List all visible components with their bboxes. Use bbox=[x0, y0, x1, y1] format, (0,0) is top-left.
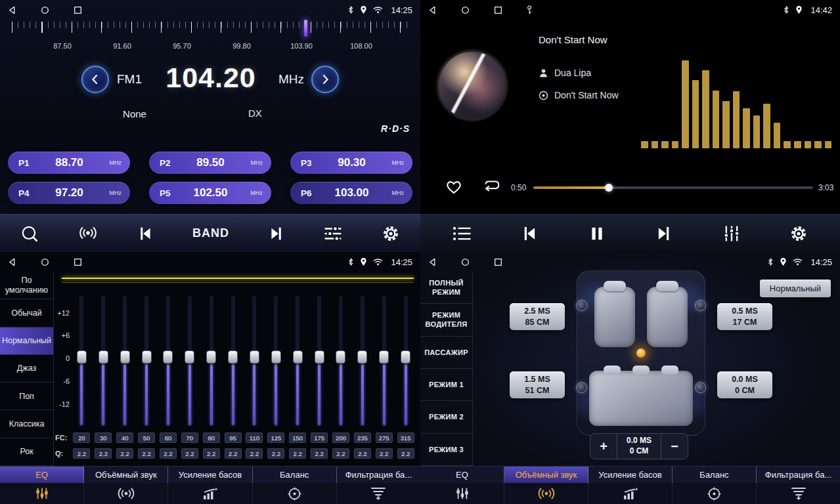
eq-band-slider-6[interactable] bbox=[200, 295, 222, 427]
back-icon[interactable] bbox=[8, 258, 16, 266]
slider-knob[interactable] bbox=[228, 350, 238, 364]
eq-preset-item-0[interactable]: По умолчанию bbox=[0, 272, 53, 299]
filter-icon[interactable] bbox=[757, 483, 840, 504]
audio-settings-button[interactable] bbox=[323, 224, 343, 243]
tab-eq[interactable]: EQ bbox=[0, 467, 84, 483]
mode-item-1[interactable]: РЕЖИМ ВОДИТЕЛЯ bbox=[420, 304, 472, 336]
listening-position-dot[interactable] bbox=[636, 348, 646, 358]
mode-item-0[interactable]: ПОЛНЫЙ РЕЖИМ bbox=[420, 272, 472, 304]
eq-preset-item-4[interactable]: Поп bbox=[0, 383, 53, 410]
eq-band-slider-10[interactable] bbox=[287, 295, 309, 427]
home-icon[interactable] bbox=[461, 258, 470, 266]
mode-item-3[interactable]: РЕЖИМ 1 bbox=[420, 369, 472, 401]
home-icon[interactable] bbox=[41, 258, 49, 266]
preset-button-p6[interactable]: P6103.00MHz bbox=[290, 182, 412, 204]
home-icon[interactable] bbox=[461, 6, 470, 14]
eq-band-slider-11[interactable] bbox=[309, 295, 330, 427]
eq-band-slider-3[interactable] bbox=[136, 295, 158, 427]
scan-button[interactable] bbox=[20, 224, 39, 243]
repeat-button[interactable] bbox=[481, 178, 501, 194]
mode-item-2[interactable]: ПАССАЖИР bbox=[420, 337, 472, 369]
recents-icon[interactable] bbox=[74, 6, 82, 14]
tab-surround[interactable]: Объёмный звук bbox=[84, 467, 168, 483]
pause-button[interactable] bbox=[588, 224, 606, 243]
eq-preset-item-3[interactable]: Джаз bbox=[0, 355, 53, 383]
filter-icon[interactable] bbox=[337, 483, 420, 504]
favorite-button[interactable] bbox=[444, 177, 464, 196]
tab-eq[interactable]: EQ bbox=[420, 467, 504, 483]
eq-preset-item-6[interactable]: Рок bbox=[0, 438, 53, 466]
eq-band-slider-14[interactable] bbox=[373, 295, 395, 427]
eq-band-slider-9[interactable] bbox=[265, 295, 287, 427]
slider-knob[interactable] bbox=[142, 350, 152, 364]
rear-left-delay-button[interactable]: 1.5 MS 51 CM bbox=[510, 371, 565, 398]
band-button[interactable]: BAND bbox=[192, 226, 229, 240]
eq-band-slider-12[interactable] bbox=[330, 295, 352, 427]
tune-up-button[interactable] bbox=[311, 66, 339, 93]
eq-icon[interactable] bbox=[420, 483, 504, 504]
slider-knob[interactable] bbox=[379, 350, 389, 364]
front-left-delay-button[interactable]: 2.5 MS 85 CM bbox=[510, 303, 565, 330]
slider-knob[interactable] bbox=[315, 350, 324, 364]
bass-icon[interactable] bbox=[168, 483, 252, 504]
slider-knob[interactable] bbox=[250, 350, 259, 364]
slider-knob[interactable] bbox=[336, 350, 345, 364]
eq-band-slider-5[interactable] bbox=[179, 295, 200, 427]
eq-band-slider-2[interactable] bbox=[114, 295, 136, 427]
surround-preset-button[interactable]: Нормальный bbox=[760, 280, 831, 297]
next-track-button[interactable] bbox=[654, 224, 674, 243]
preset-button-p2[interactable]: P289.50MHz bbox=[149, 152, 271, 174]
preset-button-p3[interactable]: P390.30MHz bbox=[290, 152, 412, 174]
recents-icon[interactable] bbox=[74, 258, 82, 266]
slider-knob[interactable] bbox=[163, 350, 173, 364]
increase-delay-button[interactable]: + bbox=[590, 434, 617, 459]
eq-preset-item-2[interactable]: Нормальный bbox=[0, 327, 53, 355]
tab-filter[interactable]: Фильтрация ба... bbox=[337, 467, 420, 483]
eq-band-slider-15[interactable] bbox=[395, 295, 416, 427]
balance-icon[interactable] bbox=[253, 483, 337, 504]
slider-knob[interactable] bbox=[293, 350, 303, 364]
eq-band-slider-4[interactable] bbox=[158, 295, 179, 427]
decrease-delay-button[interactable]: − bbox=[661, 434, 688, 459]
eq-preset-item-5[interactable]: Классика bbox=[0, 410, 53, 438]
front-right-delay-button[interactable]: 0.5 MS 17 CM bbox=[717, 303, 772, 330]
slider-knob[interactable] bbox=[271, 350, 281, 364]
tuning-indicator[interactable] bbox=[304, 20, 307, 37]
slider-knob[interactable] bbox=[401, 350, 410, 364]
home-icon[interactable] bbox=[41, 6, 49, 14]
back-icon[interactable] bbox=[428, 6, 437, 14]
eq-icon[interactable] bbox=[0, 483, 84, 504]
mode-item-5[interactable]: РЕЖИМ 3 bbox=[420, 434, 472, 466]
preset-button-p4[interactable]: P497.20MHz bbox=[8, 182, 130, 204]
next-station-button[interactable] bbox=[267, 224, 286, 243]
settings-gear-icon[interactable] bbox=[789, 224, 808, 243]
mode-item-4[interactable]: РЕЖИМ 2 bbox=[420, 401, 472, 433]
previous-station-button[interactable] bbox=[136, 224, 154, 243]
eq-band-slider-8[interactable] bbox=[244, 295, 265, 427]
settings-gear-icon[interactable] bbox=[381, 224, 401, 243]
slider-knob[interactable] bbox=[120, 350, 130, 364]
previous-track-button[interactable] bbox=[519, 224, 539, 243]
progress-knob[interactable] bbox=[605, 184, 613, 192]
eq-band-slider-1[interactable] bbox=[93, 295, 114, 427]
surround-icon[interactable] bbox=[504, 483, 588, 504]
slider-knob[interactable] bbox=[185, 350, 194, 364]
eq-band-slider-7[interactable] bbox=[222, 295, 244, 427]
rear-right-delay-button[interactable]: 0.0 MS 0 CM bbox=[717, 371, 772, 398]
tuning-scale[interactable] bbox=[12, 22, 412, 40]
eq-preset-item-1[interactable]: Обычай bbox=[0, 299, 53, 327]
tab-bass-boost[interactable]: Усиление басов bbox=[588, 467, 673, 483]
tab-balance[interactable]: Баланс bbox=[253, 467, 337, 483]
seek-bar[interactable] bbox=[533, 186, 813, 189]
mixer-icon[interactable] bbox=[722, 224, 741, 243]
eq-band-slider-0[interactable] bbox=[71, 295, 93, 427]
preset-button-p5[interactable]: P5102.50MHz bbox=[149, 182, 271, 204]
tab-bass-boost[interactable]: Усиление басов bbox=[168, 467, 252, 483]
surround-icon[interactable] bbox=[84, 483, 168, 504]
tab-filter[interactable]: Фильтрация ба... bbox=[757, 467, 840, 483]
tab-surround[interactable]: Объёмный звук bbox=[504, 467, 588, 483]
slider-knob[interactable] bbox=[77, 350, 87, 364]
preset-button-p1[interactable]: P188.70MHz bbox=[8, 152, 130, 174]
recents-icon[interactable] bbox=[494, 258, 502, 266]
back-icon[interactable] bbox=[8, 6, 16, 14]
